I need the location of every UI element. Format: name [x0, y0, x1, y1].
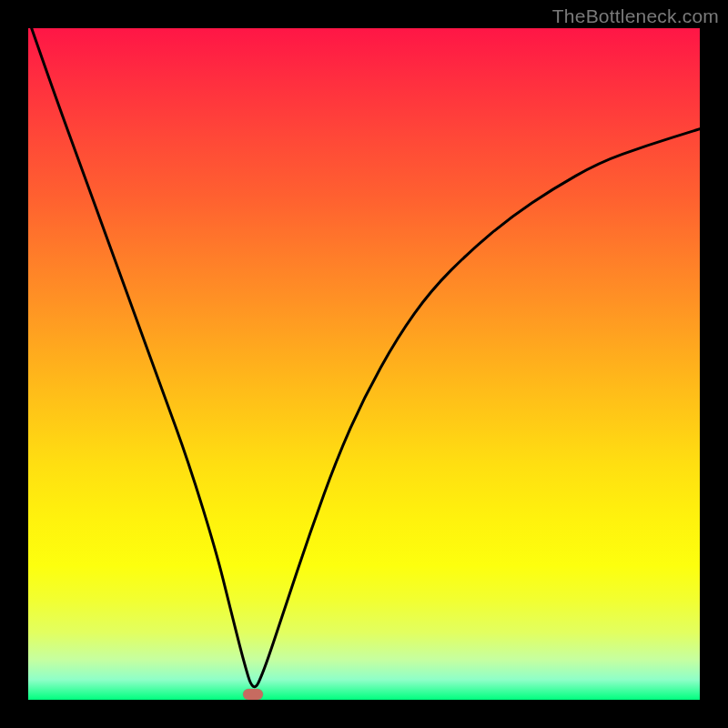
chart-frame: TheBottleneck.com	[0, 0, 728, 728]
plot-area	[28, 28, 700, 700]
watermark-text: TheBottleneck.com	[552, 5, 719, 27]
optimum-marker	[243, 689, 263, 700]
bottleneck-curve	[28, 28, 700, 700]
